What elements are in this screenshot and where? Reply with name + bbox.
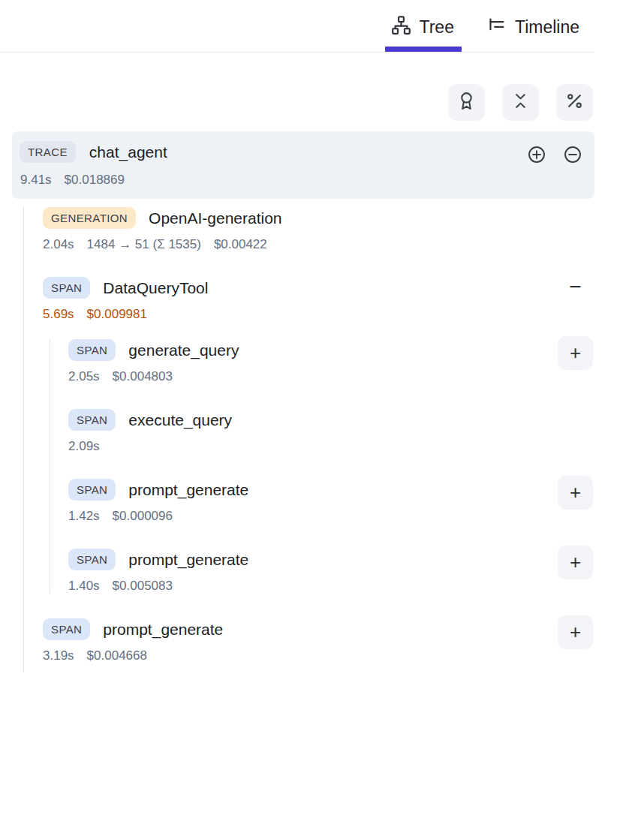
tab-timeline-label: Timeline (515, 17, 579, 38)
cost-value: $0.00422 (214, 237, 267, 252)
span-type-badge: SPAN (68, 549, 116, 570)
award-button[interactable] (448, 84, 485, 121)
cost-value: $0.004803 (113, 369, 173, 384)
chevrons-collapse-icon (511, 92, 530, 113)
expand-node-button[interactable]: + (558, 546, 593, 579)
node-generate-query[interactable]: SPAN generate_query + 2.05s $0.004803 (68, 339, 594, 384)
span-type-badge: SPAN (43, 277, 90, 299)
expand-node-button[interactable]: + (558, 336, 593, 370)
minus-circle-icon[interactable] (563, 145, 582, 167)
trace-panel: Tree Timeline (0, 0, 594, 672)
collapse-all-button[interactable] (502, 84, 539, 121)
duration-value: 3.19s (43, 648, 74, 663)
cost-value: $0.004668 (87, 648, 147, 663)
trace-children: GENERATION OpenAI-generation 2.04s 1484 … (23, 206, 594, 672)
minus-icon: − (569, 275, 581, 299)
expand-node-button[interactable]: + (558, 615, 593, 649)
plus-icon: + (570, 481, 581, 504)
expand-node-button[interactable]: + (558, 476, 593, 510)
trace-type-badge: TRACE (20, 141, 76, 163)
span-type-badge: SPAN (68, 479, 116, 501)
plus-icon: + (570, 551, 581, 574)
collapse-node-button[interactable]: − (558, 269, 593, 303)
dataquerytool-children: SPAN generate_query + 2.05s $0.004803 (50, 338, 594, 594)
node-title: OpenAI-generation (149, 209, 281, 227)
duration-value: 1.42s (68, 509, 100, 524)
node-prompt-generate-1[interactable]: SPAN prompt_generate + 1.42s $0.000096 (68, 479, 594, 524)
node-title: prompt_generate (128, 551, 248, 569)
node-title: execute_query (128, 411, 232, 429)
cost-value: $0.018869 (65, 173, 125, 188)
trace-root-row[interactable]: TRACE chat_agent 9.41s $0.018869 (12, 131, 594, 199)
network-icon (391, 15, 411, 40)
trace-metrics: 9.41s $0.018869 (20, 173, 584, 188)
trace-title: chat_agent (89, 143, 167, 161)
view-tabs: Tree Timeline (0, 0, 594, 53)
trace-tree: TRACE chat_agent 9.41s $0.018869 (0, 131, 594, 672)
generation-type-badge: GENERATION (43, 207, 136, 229)
duration-value: 1.40s (68, 579, 100, 594)
duration-value: 2.04s (43, 237, 74, 252)
node-prompt-generate-3[interactable]: SPAN prompt_generate + 3.19s $0.004668 (43, 618, 594, 663)
tab-tree-label: Tree (419, 17, 453, 38)
tab-tree[interactable]: Tree (388, 9, 456, 52)
node-metrics: 1.40s $0.005083 (68, 579, 594, 594)
token-usage-value: 1484 → 51 (Σ 1535) (87, 237, 201, 252)
node-openai-generation[interactable]: GENERATION OpenAI-generation 2.04s 1484 … (43, 207, 594, 252)
node-title: prompt_generate (128, 481, 248, 499)
node-execute-query[interactable]: SPAN execute_query 2.09s (68, 409, 594, 454)
cost-value: $0.005083 (113, 579, 173, 594)
duration-value: 2.05s (68, 369, 100, 384)
duration-value: 5.69s (43, 307, 74, 322)
node-metrics: 5.69s $0.009981 (43, 307, 594, 322)
tree-toolbar (0, 84, 594, 121)
node-prompt-generate-2[interactable]: SPAN prompt_generate + 1.40s $0.005083 (68, 549, 594, 594)
percent-icon (565, 92, 584, 113)
plus-circle-icon[interactable] (527, 145, 546, 167)
plus-icon: + (570, 341, 581, 365)
duration-value: 2.09s (68, 439, 100, 454)
span-type-badge: SPAN (43, 618, 90, 640)
award-icon (457, 92, 476, 113)
span-type-badge: SPAN (68, 339, 116, 361)
plus-icon: + (570, 621, 581, 644)
timeline-icon (487, 15, 507, 40)
node-title: generate_query (128, 341, 239, 359)
node-metrics: 3.19s $0.004668 (43, 648, 594, 663)
node-metrics: 1.42s $0.000096 (68, 509, 594, 524)
node-metrics: 2.04s 1484 → 51 (Σ 1535) $0.00422 (43, 237, 594, 252)
cost-value: $0.000096 (113, 509, 173, 524)
percent-button[interactable] (556, 84, 593, 121)
span-type-badge: SPAN (68, 409, 116, 431)
node-metrics: 2.09s (68, 439, 594, 454)
node-title: prompt_generate (103, 621, 223, 639)
tab-timeline[interactable]: Timeline (484, 9, 582, 52)
duration-value: 9.41s (20, 173, 52, 188)
node-metrics: 2.05s $0.004803 (68, 369, 594, 384)
node-dataquerytool[interactable]: SPAN DataQueryTool − 5.69s $0.009981 SPA… (43, 277, 594, 594)
cost-value: $0.009981 (87, 307, 147, 322)
node-title: DataQueryTool (103, 279, 208, 297)
